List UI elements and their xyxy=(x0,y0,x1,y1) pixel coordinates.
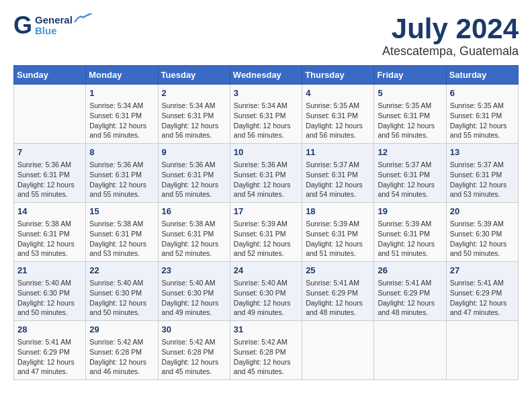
page-header: G General Blue July 2024 Atescatempa, Gu… xyxy=(13,13,519,58)
calendar-day-cell: 16Sunrise: 5:38 AM Sunset: 6:31 PM Dayli… xyxy=(158,203,230,262)
calendar-day-cell: 5Sunrise: 5:35 AM Sunset: 6:31 PM Daylig… xyxy=(374,85,446,144)
logo: G General Blue xyxy=(13,13,93,38)
day-number: 24 xyxy=(234,265,298,277)
day-info-text: Sunrise: 5:36 AM Sunset: 6:31 PM Dayligh… xyxy=(162,160,226,199)
day-info-text: Sunrise: 5:37 AM Sunset: 6:31 PM Dayligh… xyxy=(306,160,370,199)
day-info-text: Sunrise: 5:39 AM Sunset: 6:31 PM Dayligh… xyxy=(378,219,442,259)
calendar-week-row: 28Sunrise: 5:41 AM Sunset: 6:29 PM Dayli… xyxy=(14,320,519,379)
day-info-text: Sunrise: 5:40 AM Sunset: 6:30 PM Dayligh… xyxy=(234,278,298,318)
calendar-day-cell: 2Sunrise: 5:34 AM Sunset: 6:31 PM Daylig… xyxy=(158,85,230,144)
day-info-text: Sunrise: 5:40 AM Sunset: 6:30 PM Dayligh… xyxy=(17,278,82,318)
day-info-text: Sunrise: 5:38 AM Sunset: 6:31 PM Dayligh… xyxy=(17,219,82,259)
logo-general-text: General xyxy=(35,15,73,26)
day-info-text: Sunrise: 5:34 AM Sunset: 6:31 PM Dayligh… xyxy=(234,101,298,140)
calendar-day-cell: 22Sunrise: 5:40 AM Sunset: 6:30 PM Dayli… xyxy=(86,262,158,321)
calendar-day-cell: 29Sunrise: 5:42 AM Sunset: 6:28 PM Dayli… xyxy=(86,320,158,379)
weekday-header-row: SundayMondayTuesdayWednesdayThursdayFrid… xyxy=(14,66,519,85)
day-number: 6 xyxy=(450,87,515,99)
calendar-day-cell: 15Sunrise: 5:38 AM Sunset: 6:31 PM Dayli… xyxy=(86,203,158,262)
calendar-day-cell: 3Sunrise: 5:34 AM Sunset: 6:31 PM Daylig… xyxy=(230,85,302,144)
location-subtitle: Atescatempa, Guatemala xyxy=(382,44,519,58)
month-year-title: July 2024 xyxy=(382,13,519,44)
calendar-day-cell: 8Sunrise: 5:36 AM Sunset: 6:31 PM Daylig… xyxy=(86,144,158,203)
calendar-day-cell: 25Sunrise: 5:41 AM Sunset: 6:29 PM Dayli… xyxy=(302,262,374,321)
day-number: 16 xyxy=(162,205,226,218)
day-number: 1 xyxy=(89,87,154,99)
weekday-header-sunday: Sunday xyxy=(14,66,86,85)
day-info-text: Sunrise: 5:40 AM Sunset: 6:30 PM Dayligh… xyxy=(162,278,226,318)
day-info-text: Sunrise: 5:35 AM Sunset: 6:31 PM Dayligh… xyxy=(378,101,442,140)
day-info-text: Sunrise: 5:36 AM Sunset: 6:31 PM Dayligh… xyxy=(89,160,154,199)
day-number: 27 xyxy=(450,265,515,277)
calendar-day-cell xyxy=(14,85,86,144)
day-number: 30 xyxy=(162,324,226,336)
day-number: 21 xyxy=(17,265,82,277)
day-info-text: Sunrise: 5:35 AM Sunset: 6:31 PM Dayligh… xyxy=(306,101,370,140)
calendar-day-cell: 26Sunrise: 5:41 AM Sunset: 6:29 PM Dayli… xyxy=(374,262,446,321)
weekday-header-tuesday: Tuesday xyxy=(158,66,230,85)
calendar-day-cell xyxy=(446,320,518,379)
calendar-day-cell xyxy=(302,320,374,379)
day-number: 11 xyxy=(306,146,370,158)
logo-g-letter: G xyxy=(13,13,32,38)
day-number: 25 xyxy=(306,265,370,277)
calendar-day-cell: 27Sunrise: 5:41 AM Sunset: 6:29 PM Dayli… xyxy=(446,262,518,321)
day-number: 17 xyxy=(234,205,298,218)
calendar-header: SundayMondayTuesdayWednesdayThursdayFrid… xyxy=(14,66,519,85)
calendar-day-cell: 10Sunrise: 5:36 AM Sunset: 6:31 PM Dayli… xyxy=(230,144,302,203)
calendar-day-cell: 23Sunrise: 5:40 AM Sunset: 6:30 PM Dayli… xyxy=(158,262,230,321)
calendar-day-cell: 24Sunrise: 5:40 AM Sunset: 6:30 PM Dayli… xyxy=(230,262,302,321)
calendar-week-row: 1Sunrise: 5:34 AM Sunset: 6:31 PM Daylig… xyxy=(14,85,519,144)
weekday-header-wednesday: Wednesday xyxy=(230,66,302,85)
calendar-table: SundayMondayTuesdayWednesdayThursdayFrid… xyxy=(13,65,519,380)
day-number: 29 xyxy=(89,324,154,336)
calendar-day-cell: 31Sunrise: 5:42 AM Sunset: 6:28 PM Dayli… xyxy=(230,320,302,379)
day-number: 4 xyxy=(306,87,370,99)
weekday-header-saturday: Saturday xyxy=(446,66,518,85)
day-info-text: Sunrise: 5:39 AM Sunset: 6:31 PM Dayligh… xyxy=(306,219,370,259)
day-number: 22 xyxy=(89,265,154,277)
day-info-text: Sunrise: 5:38 AM Sunset: 6:31 PM Dayligh… xyxy=(162,219,226,259)
calendar-day-cell: 28Sunrise: 5:41 AM Sunset: 6:29 PM Dayli… xyxy=(14,320,86,379)
day-info-text: Sunrise: 5:41 AM Sunset: 6:29 PM Dayligh… xyxy=(306,278,370,318)
day-info-text: Sunrise: 5:36 AM Sunset: 6:31 PM Dayligh… xyxy=(17,160,82,199)
day-info-text: Sunrise: 5:41 AM Sunset: 6:29 PM Dayligh… xyxy=(378,278,442,318)
day-number: 23 xyxy=(162,265,226,277)
day-number: 15 xyxy=(89,205,154,218)
day-info-text: Sunrise: 5:37 AM Sunset: 6:31 PM Dayligh… xyxy=(378,160,442,199)
logo-bird-icon xyxy=(74,13,93,24)
calendar-day-cell: 1Sunrise: 5:34 AM Sunset: 6:31 PM Daylig… xyxy=(86,85,158,144)
calendar-day-cell: 6Sunrise: 5:35 AM Sunset: 6:31 PM Daylig… xyxy=(446,85,518,144)
calendar-day-cell: 30Sunrise: 5:42 AM Sunset: 6:28 PM Dayli… xyxy=(158,320,230,379)
day-number: 28 xyxy=(17,324,82,336)
title-block: July 2024 Atescatempa, Guatemala xyxy=(382,13,519,58)
day-info-text: Sunrise: 5:38 AM Sunset: 6:31 PM Dayligh… xyxy=(89,219,154,259)
calendar-week-row: 21Sunrise: 5:40 AM Sunset: 6:30 PM Dayli… xyxy=(14,262,519,321)
day-number: 9 xyxy=(162,146,226,158)
calendar-week-row: 14Sunrise: 5:38 AM Sunset: 6:31 PM Dayli… xyxy=(14,203,519,262)
day-number: 26 xyxy=(378,265,442,277)
day-info-text: Sunrise: 5:39 AM Sunset: 6:30 PM Dayligh… xyxy=(450,219,515,259)
calendar-day-cell: 17Sunrise: 5:39 AM Sunset: 6:31 PM Dayli… xyxy=(230,203,302,262)
day-number: 5 xyxy=(378,87,442,99)
day-info-text: Sunrise: 5:42 AM Sunset: 6:28 PM Dayligh… xyxy=(162,337,226,377)
day-info-text: Sunrise: 5:35 AM Sunset: 6:31 PM Dayligh… xyxy=(450,101,515,140)
logo-blue-text: Blue xyxy=(35,26,57,37)
calendar-week-row: 7Sunrise: 5:36 AM Sunset: 6:31 PM Daylig… xyxy=(14,144,519,203)
day-info-text: Sunrise: 5:40 AM Sunset: 6:30 PM Dayligh… xyxy=(89,278,154,318)
day-number: 2 xyxy=(162,87,226,99)
day-number: 18 xyxy=(306,205,370,218)
day-info-text: Sunrise: 5:42 AM Sunset: 6:28 PM Dayligh… xyxy=(89,337,154,377)
calendar-day-cell: 12Sunrise: 5:37 AM Sunset: 6:31 PM Dayli… xyxy=(374,144,446,203)
day-info-text: Sunrise: 5:34 AM Sunset: 6:31 PM Dayligh… xyxy=(162,101,226,140)
day-number: 13 xyxy=(450,146,515,158)
day-number: 19 xyxy=(378,205,442,218)
day-number: 31 xyxy=(234,324,298,336)
day-number: 3 xyxy=(234,87,298,99)
day-number: 7 xyxy=(17,146,82,158)
day-number: 12 xyxy=(378,146,442,158)
calendar-day-cell: 18Sunrise: 5:39 AM Sunset: 6:31 PM Dayli… xyxy=(302,203,374,262)
day-info-text: Sunrise: 5:41 AM Sunset: 6:29 PM Dayligh… xyxy=(17,337,82,377)
weekday-header-thursday: Thursday xyxy=(302,66,374,85)
day-info-text: Sunrise: 5:34 AM Sunset: 6:31 PM Dayligh… xyxy=(89,101,154,140)
